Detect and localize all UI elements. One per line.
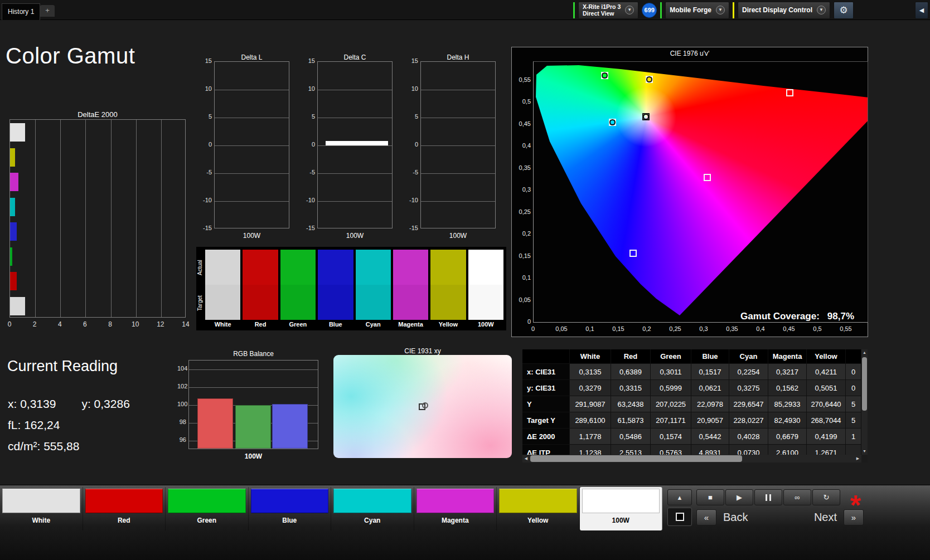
table-cell: 20,9057 [691, 412, 729, 428]
x-tick-label: 6 [79, 320, 90, 328]
workflow-dropdown[interactable]: Mobile Forge ▼ [665, 2, 729, 19]
patch-green[interactable]: Green [166, 487, 249, 530]
patch-label: Blue [251, 517, 329, 524]
pause-button[interactable] [754, 489, 782, 505]
deltae-bar-red [10, 272, 17, 290]
scrollbar-corner [861, 455, 868, 462]
table-cell [846, 445, 861, 455]
patch-white[interactable]: White [0, 487, 83, 530]
y-tick-label: 10 [407, 85, 418, 92]
collapse-panel-button[interactable]: ◀ [915, 2, 928, 19]
patch-window-button[interactable] [667, 508, 692, 526]
vertical-scroll-thumb[interactable] [862, 357, 867, 411]
collapse-arrow-icon: ◀ [919, 7, 924, 14]
add-tab-button[interactable]: + [40, 5, 55, 17]
y-tick-label: 98 [177, 418, 186, 425]
rgb-bar-green [235, 405, 271, 449]
deltae2000-chart: DeltaE 2000 02468101214 [9, 110, 198, 333]
x-tick-label: 0,55 [836, 325, 855, 332]
x-tick-label: 2 [29, 320, 40, 328]
refresh-button[interactable]: ↻ [812, 489, 840, 505]
stop-button[interactable]: ■ [696, 489, 724, 505]
patch-yellow[interactable]: Yellow [497, 487, 580, 530]
table-cell: 0,2254 [729, 364, 768, 380]
current-reading-fl: fL: 162,24 [8, 418, 60, 432]
x-tick-label: 12 [155, 320, 166, 328]
transport-controls: ▲ ■ ▶ ∞ ↻ * « Back Next » [662, 485, 930, 560]
marker-white-point [642, 113, 650, 120]
gridline [215, 118, 289, 118]
gridline [111, 120, 112, 317]
patch-cyan[interactable]: Cyan [331, 487, 414, 530]
gamut-coverage-value: 98,7% [827, 311, 854, 322]
swatch-actual [205, 250, 240, 285]
patch-label: Yellow [499, 517, 577, 524]
workflow-label: Mobile Forge [670, 6, 711, 14]
up-arrow-icon: ▲ [677, 494, 683, 501]
chevron-down-icon[interactable]: ▼ [625, 6, 634, 14]
patch-red[interactable]: Red [83, 487, 166, 530]
table-cell: 5 [846, 412, 861, 428]
table-cell: 0,4199 [807, 428, 846, 445]
back-button[interactable]: « [696, 509, 716, 525]
next-label: Next [814, 511, 837, 524]
x-tick-label: 0,1 [580, 325, 599, 332]
swatch-target [205, 285, 240, 320]
y-tick-label: -10 [201, 197, 212, 203]
double-chevron-left-icon: « [704, 513, 709, 522]
horizontal-scroll-thumb[interactable] [530, 455, 742, 462]
x-tick-label: 0,5 [808, 325, 827, 332]
settings-button[interactable]: ⚙ [834, 2, 854, 19]
expand-up-button[interactable]: ▲ [667, 489, 692, 505]
spectral-locus-horseshoe [534, 62, 868, 322]
scroll-down-icon[interactable]: ▼ [861, 448, 868, 455]
scroll-up-icon[interactable]: ▲ [861, 349, 868, 356]
history-tab[interactable]: History 1 [2, 3, 40, 20]
patch-100w[interactable]: 100W [580, 487, 663, 530]
play-button[interactable]: ▶ [725, 489, 753, 505]
meter-dropdown[interactable]: X-Rite i1Pro 3 Direct View ▼ [578, 2, 638, 19]
deltae-bar-yellow [10, 148, 15, 167]
continuous-measure-button[interactable]: ∞ [783, 489, 811, 505]
swatch-red [243, 250, 278, 320]
marker-circle [602, 72, 608, 79]
table-horizontal-scrollbar[interactable]: ◀ ▶ [522, 455, 861, 462]
y-tick-label: 100 [177, 401, 186, 407]
patch-magenta[interactable]: Magenta [414, 487, 497, 530]
next-button[interactable]: » [844, 509, 864, 525]
deltae-bar-white [10, 123, 25, 142]
display-control-dropdown[interactable]: Direct Display Control ▼ [738, 2, 830, 19]
patch-color [251, 489, 329, 513]
patch-blue[interactable]: Blue [249, 487, 332, 530]
table-vertical-scrollbar[interactable]: ▲ ▼ [861, 349, 868, 455]
chevron-down-icon[interactable]: ▼ [716, 6, 725, 14]
cie1976-plot [533, 61, 868, 323]
y-tick-label: 15 [407, 57, 418, 64]
y-tick-label: -15 [407, 225, 418, 231]
refresh-icon: ↻ [824, 493, 830, 501]
patch-count-badge[interactable]: 699 [642, 3, 657, 18]
patch-color [499, 489, 577, 513]
back-label: Back [723, 511, 748, 524]
y-tick-label: -5 [407, 169, 418, 176]
cie1976-title: CIE 1976 u'v' [512, 50, 868, 57]
scroll-left-icon[interactable]: ◀ [522, 455, 530, 462]
deltae2000-plot [9, 119, 186, 318]
table-cell: 0,3275 [729, 380, 768, 396]
y-tick-label: 0,15 [513, 252, 531, 259]
y-tick-label: 5 [407, 113, 418, 120]
current-reading-xy: x: 0,3139 y: 0,3286 [8, 397, 130, 411]
x-tick-label: 4 [54, 320, 65, 328]
table-cell: 0,1562 [768, 380, 807, 396]
table-cell: 0,0621 [691, 380, 729, 396]
bottom-bar: WhiteRedGreenBlueCyanMagentaYellow100W ▲… [0, 485, 930, 560]
scroll-right-icon[interactable]: ▶ [854, 455, 861, 462]
patch-label: Cyan [333, 517, 411, 524]
y-tick-label: -15 [304, 225, 315, 231]
marker-white-point [419, 403, 425, 410]
stop-icon: ■ [708, 493, 713, 501]
delta-h-title: Delta H [420, 53, 496, 61]
chevron-down-icon[interactable]: ▼ [817, 6, 826, 14]
measurement-table: WhiteRedGreenBlueCyanMagentaYellowx: CIE… [522, 349, 868, 462]
table-cell: 291,9087 [570, 396, 611, 412]
